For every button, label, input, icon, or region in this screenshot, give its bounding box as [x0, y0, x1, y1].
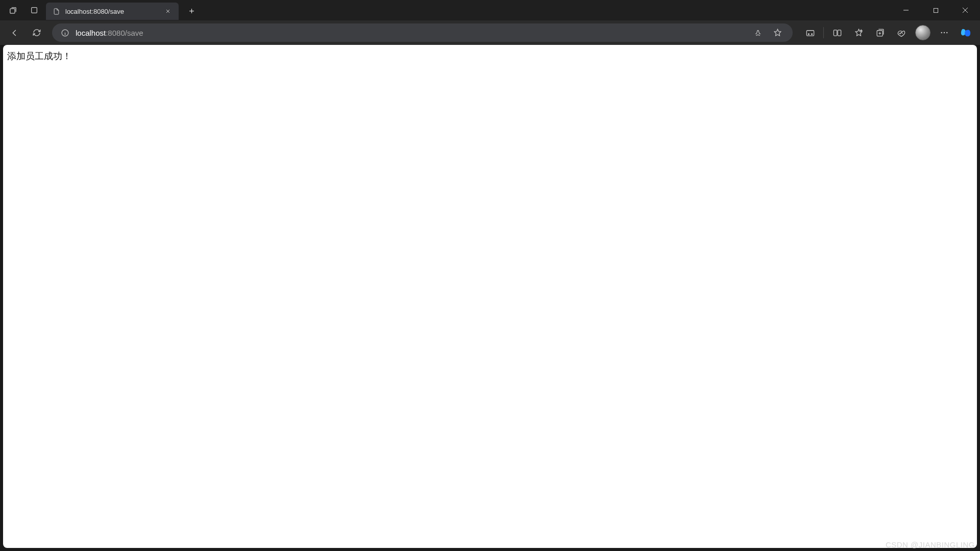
- maximize-button[interactable]: [921, 0, 950, 20]
- addr-actions: [750, 24, 786, 41]
- split-screen-icon[interactable]: [827, 23, 847, 42]
- more-icon[interactable]: [934, 23, 954, 42]
- svg-rect-8: [838, 30, 841, 35]
- tab-close-button[interactable]: [162, 6, 174, 17]
- tab-title: localhost:8080/save: [65, 8, 157, 15]
- profile-button[interactable]: [913, 23, 933, 42]
- toolbar: localhost:8080/save: [0, 20, 980, 45]
- svg-point-10: [941, 32, 942, 34]
- svg-rect-0: [10, 8, 14, 13]
- browser-tab[interactable]: localhost:8080/save: [46, 3, 179, 20]
- workspaces-icon[interactable]: [26, 2, 43, 19]
- svg-rect-2: [934, 8, 938, 12]
- page-content: 添加员工成功！: [3, 45, 977, 67]
- svg-point-5: [808, 33, 809, 34]
- svg-rect-4: [806, 30, 814, 35]
- collections-icon[interactable]: [870, 23, 890, 42]
- favorites-icon[interactable]: [848, 23, 869, 42]
- new-tab-button[interactable]: [183, 3, 200, 20]
- back-button[interactable]: [4, 23, 24, 42]
- titlebar: localhost:8080/save: [0, 0, 980, 20]
- avatar: [915, 25, 930, 40]
- url-host: localhost: [76, 29, 106, 37]
- titlebar-left: [0, 2, 43, 19]
- toolbar-separator: [823, 27, 824, 38]
- favorite-icon[interactable]: [769, 24, 786, 41]
- refresh-button[interactable]: [27, 23, 47, 42]
- page-viewport[interactable]: 添加员工成功！: [3, 45, 977, 548]
- svg-rect-1: [32, 8, 37, 13]
- window-controls: [891, 0, 980, 20]
- close-window-button[interactable]: [950, 0, 980, 20]
- copilot-icon[interactable]: [955, 23, 976, 42]
- minimize-button[interactable]: [891, 0, 921, 20]
- svg-point-11: [944, 32, 945, 34]
- url-rest: :8080/save: [106, 29, 143, 37]
- file-icon: [52, 7, 60, 15]
- address-url: localhost:8080/save: [76, 29, 745, 37]
- tab-actions-icon[interactable]: [4, 2, 21, 19]
- svg-point-12: [946, 32, 948, 34]
- site-info-icon[interactable]: [59, 27, 70, 38]
- success-message: 添加员工成功！: [7, 51, 71, 61]
- toolbar-right: [800, 23, 976, 42]
- performance-icon[interactable]: [891, 23, 912, 42]
- screenshot-icon[interactable]: [800, 23, 820, 42]
- address-bar[interactable]: localhost:8080/save: [52, 23, 793, 42]
- read-aloud-icon[interactable]: [750, 24, 766, 41]
- svg-point-6: [811, 33, 812, 34]
- svg-rect-7: [834, 30, 837, 35]
